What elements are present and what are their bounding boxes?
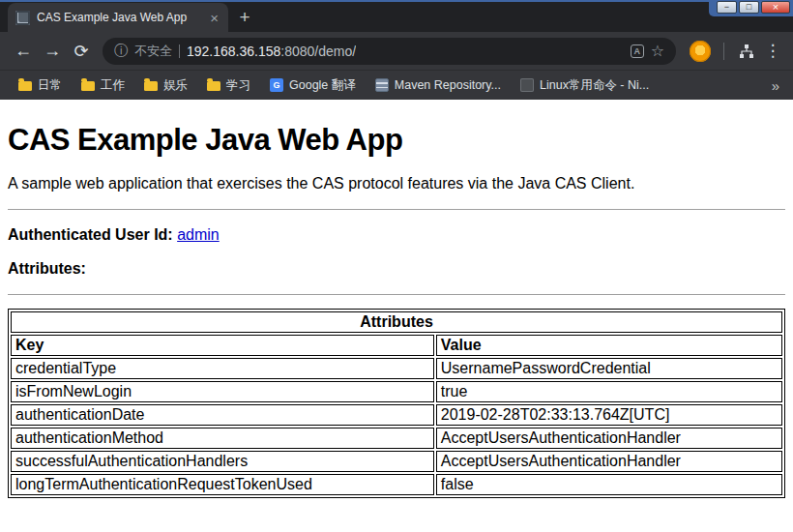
user-link[interactable]: admin <box>177 226 220 243</box>
folder-icon <box>144 81 158 91</box>
page-favicon <box>520 78 534 92</box>
key-cell: credentialType <box>11 358 434 379</box>
bookmark-folder-work[interactable]: 工作 <box>73 74 133 98</box>
profile-avatar[interactable] <box>690 41 711 62</box>
new-tab-button[interactable]: + <box>232 5 257 30</box>
bookmark-label: 娱乐 <box>163 77 188 94</box>
google-translate-favicon: G <box>270 78 283 92</box>
bookmark-star-icon[interactable]: ☆ <box>651 44 664 59</box>
attributes-table: Attributes Key Value credentialType User… <box>8 309 785 498</box>
maximize-button[interactable]: □ <box>739 1 759 14</box>
divider <box>8 209 785 210</box>
minimize-button[interactable]: − <box>717 1 737 14</box>
value-cell: UsernamePasswordCredential <box>436 358 782 379</box>
key-cell: authenticationDate <box>11 404 434 426</box>
value-cell: AcceptUsersAuthenticationHandler <box>436 428 782 449</box>
bookmark-label: Maven Repository... <box>395 78 501 92</box>
bookmark-label: 日常 <box>38 77 62 94</box>
folder-icon <box>18 81 32 91</box>
forward-icon[interactable]: → <box>39 38 66 65</box>
value-cell: true <box>436 381 782 402</box>
key-cell: longTermAuthenticationRequestTokenUsed <box>11 474 434 495</box>
attributes-label: Attributes: <box>8 260 86 277</box>
toolbar-divider <box>723 43 724 60</box>
column-header-key: Key <box>11 335 434 356</box>
bookmarks-bar: 日常 工作 娱乐 学习 G Google 翻译 Maven Repository… <box>0 70 793 100</box>
key-cell: successfulAuthenticationHandlers <box>11 451 434 472</box>
auth-user-line: Authenticated User Id: admin <box>8 226 785 244</box>
back-icon[interactable]: ← <box>10 38 37 65</box>
tab-favicon <box>15 11 30 25</box>
bookmark-folder-study[interactable]: 学习 <box>198 74 259 98</box>
bookmark-linux-commands[interactable]: Linux常用命令 - Ni... <box>512 74 658 98</box>
key-cell: isFromNewLogin <box>11 381 434 402</box>
translate-icon[interactable]: A <box>631 44 644 58</box>
table-row: authenticationMethod AcceptUsersAuthenti… <box>11 428 782 449</box>
folder-icon <box>81 81 95 91</box>
value-cell: 2019-02-28T02:33:13.764Z[UTC] <box>436 404 782 426</box>
folder-icon <box>207 81 220 91</box>
url-text: 192.168.36.158:8080/demo/ <box>187 44 356 59</box>
attributes-line: Attributes: <box>8 260 785 278</box>
browser-toolbar: ← → ⟳ ⓘ 不安全 192.168.36.158:8080/demo/ A … <box>0 32 793 70</box>
table-row: longTermAuthenticationRequestTokenUsed f… <box>11 474 782 495</box>
table-header-row: Key Value <box>11 335 782 356</box>
bookmark-maven-repository[interactable]: Maven Repository... <box>367 74 510 96</box>
security-separator <box>179 44 180 58</box>
tab-title: CAS Example Java Web App <box>37 11 201 24</box>
column-header-value: Value <box>436 335 782 356</box>
bookmark-google-translate[interactable]: G Google 翻译 <box>261 74 365 98</box>
table-caption: Attributes <box>11 311 782 333</box>
window-controls: − □ × <box>709 0 793 16</box>
close-window-button[interactable]: × <box>761 1 790 14</box>
page-content: CAS Example Java Web App A sample web ap… <box>0 100 793 532</box>
tab-strip: CAS Example Java Web App × + − □ × <box>0 0 793 32</box>
key-cell: authenticationMethod <box>11 428 434 449</box>
url-path: :8080/demo/ <box>280 44 356 59</box>
browser-tab[interactable]: CAS Example Java Web App × <box>8 3 228 32</box>
bookmark-label: Linux常用命令 - Ni... <box>540 77 649 94</box>
reload-icon[interactable]: ⟳ <box>68 38 95 65</box>
url-host: 192.168.36.158 <box>187 44 280 59</box>
table-caption-row: Attributes <box>11 311 782 333</box>
bookmark-label: 学习 <box>226 77 250 94</box>
menu-icon[interactable]: ⋮ <box>762 41 783 61</box>
bookmark-folder-entertainment[interactable]: 娱乐 <box>135 74 196 98</box>
auth-user-label: Authenticated User Id: <box>8 226 173 243</box>
value-cell: AcceptUsersAuthenticationHandler <box>436 451 782 472</box>
bookmark-label: 工作 <box>101 77 125 94</box>
table-row: isFromNewLogin true <box>11 381 782 402</box>
bookmarks-overflow-icon[interactable]: » <box>768 77 783 94</box>
table-row: credentialType UsernamePasswordCredentia… <box>11 358 782 379</box>
security-label: 不安全 <box>134 43 172 60</box>
bookmark-folder-daily[interactable]: 日常 <box>10 74 71 98</box>
page-description: A sample web application that exercises … <box>8 175 785 192</box>
site-info-icon[interactable]: ⓘ <box>114 43 128 60</box>
divider <box>8 294 785 295</box>
value-cell: false <box>436 474 782 495</box>
address-bar[interactable]: ⓘ 不安全 192.168.36.158:8080/demo/ A ☆ <box>103 38 676 65</box>
maven-favicon <box>375 78 389 92</box>
table-row: successfulAuthenticationHandlers AcceptU… <box>11 451 782 472</box>
tab-close-icon[interactable]: × <box>208 11 220 25</box>
share-icon[interactable] <box>733 38 760 65</box>
table-row: authenticationDate 2019-02-28T02:33:13.7… <box>11 404 782 426</box>
bookmark-label: Google 翻译 <box>289 77 356 94</box>
page-title: CAS Example Java Web App <box>8 123 785 158</box>
